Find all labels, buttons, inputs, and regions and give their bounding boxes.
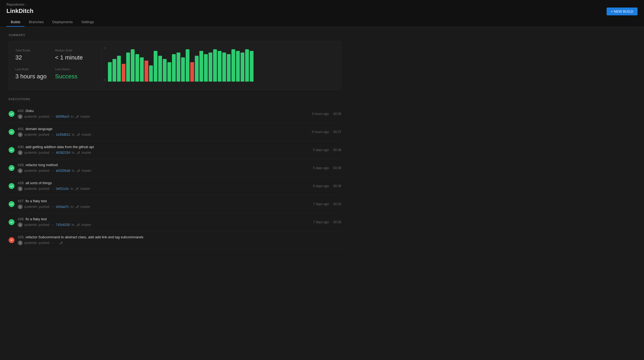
breadcrumb: Repositories › <box>6 3 33 6</box>
chart-bar-15 <box>177 53 180 82</box>
chart-bar-7 <box>140 57 144 82</box>
execution-row[interactable]: #25. refactor Subcommand to abstract cla… <box>9 231 341 249</box>
execution-row[interactable]: #29. refactor long methodQqvalentinpushe… <box>9 159 341 177</box>
exec-meta: Qqvalentinpushed→a03206a8to⎇master <box>18 168 310 173</box>
exec-info: #25. refactor Subcommand to abstract cla… <box>18 235 341 245</box>
exec-branch: master <box>82 151 92 155</box>
execution-row[interactable]: #26. fix a flaky testQqvalentinpushed→74… <box>9 213 341 231</box>
execution-row[interactable]: #30. add getting addition data from the … <box>9 141 341 159</box>
breadcrumb-parent[interactable]: Repositories <box>6 3 24 6</box>
exec-duration: 00:37 <box>333 130 341 134</box>
exec-commit: a03206a8 <box>56 169 70 173</box>
chart-bar-22 <box>209 53 212 82</box>
tab-builds[interactable]: Builds <box>6 18 24 27</box>
stat-last-status-value: Success <box>55 73 95 80</box>
exec-to: to <box>72 169 75 173</box>
stat-last-build-value: 3 hours ago <box>15 73 55 80</box>
tab-branches[interactable]: Branches <box>24 18 48 27</box>
chart-bar-25 <box>222 53 226 82</box>
stat-total-builds-label: Total Builds <box>15 49 55 52</box>
branch-icon: ⎇ <box>59 241 63 245</box>
branch-icon: ⎇ <box>75 205 79 209</box>
exec-branch: master <box>80 115 90 118</box>
stat-median-build-label: Median Build <box>55 49 95 52</box>
build-chart: 1 5 <box>108 47 335 82</box>
exec-number: #28. <box>18 181 24 185</box>
success-icon <box>9 111 15 117</box>
exec-action: pushed <box>39 187 49 191</box>
exec-duration: 00:36 <box>333 220 341 224</box>
main-content: SUMMARY Total Builds 32 Median Build < 1… <box>0 27 350 256</box>
stat-total-builds: Total Builds 32 <box>15 47 55 65</box>
exec-commit: 743c6330 <box>56 223 70 227</box>
exec-user: qvalentin <box>24 133 37 137</box>
chart-bar-24 <box>218 51 221 82</box>
chart-bar-21 <box>204 54 208 82</box>
exec-meta: Qqvalentinpushed→d1fdad7cto⎇master <box>18 204 310 209</box>
exec-branch: master <box>80 205 90 209</box>
chart-bar-31 <box>250 51 254 82</box>
success-icon <box>9 183 15 189</box>
exec-right: 5 days ago00:38 <box>313 148 341 152</box>
chart-y-top: 1 <box>104 47 335 50</box>
exec-info: #30. add getting addition data from the … <box>18 145 310 155</box>
exec-branch: master <box>82 133 92 137</box>
exec-user: qvalentin <box>24 151 37 155</box>
execution-row[interactable]: #31. domain languageQqvalentinpushed→1e3… <box>9 123 341 141</box>
tabs: Builds Branches Deployments Settings <box>6 18 638 27</box>
avatar: Q <box>18 186 23 191</box>
branch-icon: ⎇ <box>75 187 79 191</box>
success-icon <box>9 147 15 153</box>
exec-to: to <box>71 187 73 191</box>
tab-deployments[interactable]: Deployments <box>48 18 77 27</box>
exec-title: #27. fix a flaky test <box>18 199 310 203</box>
success-icon <box>9 165 15 171</box>
exec-number: #30. <box>18 145 24 149</box>
exec-branch: master <box>80 187 90 191</box>
chart-bar-2 <box>117 56 121 82</box>
chart-bar-26 <box>227 54 231 82</box>
exec-right: 7 days ago00:35 <box>313 202 341 206</box>
exec-branch: master <box>82 169 92 173</box>
exec-meta: Qqvalentinpushed→1e30d812to⎇master <box>18 132 309 137</box>
exec-title: #32. Doku <box>18 109 309 113</box>
branch-icon: ⎇ <box>75 115 79 118</box>
new-build-button[interactable]: + NEW BUILD <box>607 8 638 15</box>
exec-title: #28. all sorts of things <box>18 181 310 185</box>
chart-bar-6 <box>135 54 139 82</box>
exec-commit: 46382334 <box>56 151 70 155</box>
exec-right: 5 days ago00:38 <box>313 166 341 170</box>
avatar: Q <box>18 168 23 173</box>
chart-bar-14 <box>172 54 176 82</box>
branch-icon: ⎇ <box>76 223 80 227</box>
exec-duration: 00:38 <box>333 184 341 188</box>
exec-commit: 3ef31c0c <box>56 187 69 191</box>
success-icon <box>9 201 15 207</box>
avatar: Q <box>18 150 23 155</box>
execution-row[interactable]: #27. fix a flaky testQqvalentinpushed→d1… <box>9 195 341 213</box>
exec-right: 6 days ago00:38 <box>313 184 341 188</box>
arrow-icon: → <box>51 241 54 245</box>
exec-time: 5 hours ago <box>312 130 329 134</box>
stat-last-build-label: Last Build <box>15 68 55 71</box>
chart-bar-17 <box>186 49 189 82</box>
chart-bar-1 <box>112 59 116 82</box>
exec-to: to <box>71 205 73 209</box>
exec-title: #26. fix a flaky test <box>18 217 310 221</box>
exec-right: 3 hours ago00:36 <box>312 112 341 116</box>
exec-info: #32. DokuQqvalentinpushed→b609fac5to⎇mas… <box>18 109 309 119</box>
exec-time: 7 days ago <box>313 202 329 206</box>
chart-bar-28 <box>236 51 240 82</box>
exec-number: #29. <box>18 163 24 167</box>
chart-bar-23 <box>213 49 217 82</box>
tab-settings[interactable]: Settings <box>77 18 98 27</box>
exec-meta: Qqvalentinpushed→3ef31c0cto⎇master <box>18 186 310 191</box>
fail-icon <box>9 237 15 243</box>
exec-right: 7 days ago00:36 <box>313 220 341 224</box>
exec-action: pushed <box>39 205 49 209</box>
summary-card: Total Builds 32 Median Build < 1 minute … <box>9 41 341 90</box>
execution-row[interactable]: #32. DokuQqvalentinpushed→b609fac5to⎇mas… <box>9 105 341 123</box>
execution-row[interactable]: #28. all sorts of thingsQqvalentinpushed… <box>9 177 341 195</box>
exec-title: #25. refactor Subcommand to abstract cla… <box>18 235 341 239</box>
chart-y-bottom: 5 <box>104 79 335 82</box>
